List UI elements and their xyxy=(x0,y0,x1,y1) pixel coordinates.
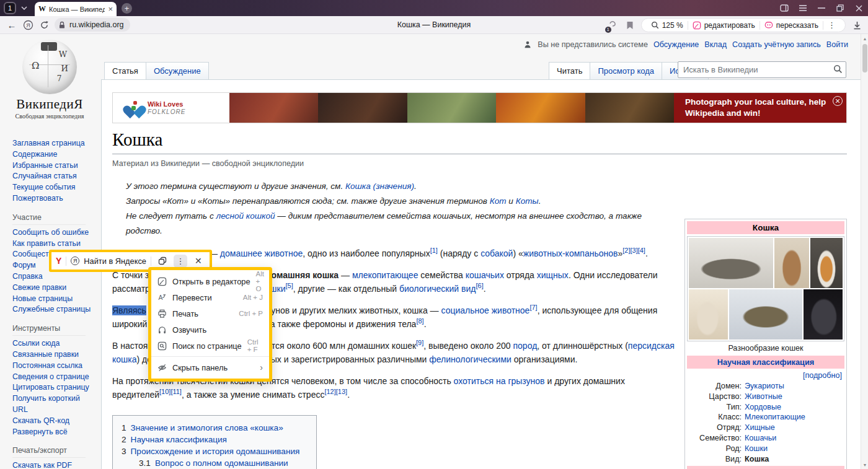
sidebar-link[interactable]: Избранные статьи xyxy=(12,160,96,172)
banner-close-icon[interactable]: ✕ xyxy=(833,96,843,106)
details-link[interactable]: [подробно] xyxy=(803,371,842,380)
taxonomy-value[interactable]: Кошки xyxy=(745,444,768,454)
sidebar-link[interactable]: Как править статьи xyxy=(12,239,96,250)
taxonomy-value[interactable]: Животные xyxy=(745,392,782,402)
sidebar-link[interactable]: Пожертвовать xyxy=(12,193,96,204)
tab-close-icon[interactable]: × xyxy=(108,5,113,13)
side-panel-button[interactable] xyxy=(775,0,794,16)
reload-button[interactable] xyxy=(36,18,52,32)
menu-item-open-in-editor[interactable]: Открыть в редакторе Alt + O xyxy=(151,273,269,289)
menu-item-find-on-page[interactable]: Поиск по странице Ctrl + F xyxy=(151,338,269,354)
banner-message: Photograph your local culture, help Wiki… xyxy=(685,97,828,119)
taxonomy-value[interactable]: Кошачьи xyxy=(745,433,776,444)
personal-bar: Вы не представились системе Обсуждение В… xyxy=(523,40,848,49)
back-button[interactable]: ← xyxy=(4,18,20,32)
wiki-loves-folklore-banner[interactable]: Wiki Loves FOLKLORE Photograph your loca… xyxy=(112,92,847,123)
taxonomy-value[interactable]: Хищные xyxy=(745,423,775,433)
active-tab[interactable]: W Кошка — Википедия × xyxy=(35,2,117,16)
toolbar-separator xyxy=(66,256,66,266)
find-in-yandex-button[interactable]: Найти в Яндексе xyxy=(84,256,146,266)
personal-link-contribs[interactable]: Вклад xyxy=(704,40,727,49)
taxonomy-value[interactable]: Хордовые xyxy=(745,402,781,413)
sidebar-link[interactable]: Скачать QR-код xyxy=(12,416,96,427)
sidebar-main-nav: Заглавная страницаСодержаниеИзбранные ст… xyxy=(12,138,96,204)
menu-item-read-aloud[interactable]: Озвучить xyxy=(151,322,269,338)
tab-read[interactable]: Читать xyxy=(549,62,590,79)
sidebar-link[interactable]: Новые страницы xyxy=(12,294,96,305)
yandex-profile-button[interactable]: Я xyxy=(20,18,36,32)
tab-article[interactable]: Статья xyxy=(104,62,146,79)
sidebar-link[interactable]: Ссылки сюда xyxy=(12,338,96,349)
sidebar-link[interactable]: Служебные страницы xyxy=(12,304,96,315)
sidebar-link[interactable]: Цитировать страницу xyxy=(12,382,96,393)
wikipedia-logo[interactable]: Ω W И 7 ВикипедиЯ Свободная энциклопедия xyxy=(12,40,87,120)
taxonomy-value[interactable]: Эукариоты xyxy=(745,381,784,392)
cat-photo-black xyxy=(804,289,843,340)
sidebar-link[interactable]: Получить короткий URL xyxy=(12,393,96,416)
downloads-icon[interactable] xyxy=(851,19,863,32)
menu-hamburger-button[interactable] xyxy=(794,0,812,16)
hide-eye-icon xyxy=(157,363,167,372)
toc-link[interactable]: Происхождение и история одомашнивания xyxy=(131,445,300,457)
sidebar-link[interactable]: Случайная статья xyxy=(12,171,96,182)
toolbar-more-button[interactable]: ⋮ xyxy=(174,255,187,268)
minimize-button[interactable] xyxy=(812,0,831,16)
sidebar-link[interactable]: Сведения о странице xyxy=(12,372,96,383)
taxonomy-value[interactable]: Млекопитающие xyxy=(745,412,805,423)
sidebar-link[interactable]: Содержание xyxy=(12,149,96,160)
toc-item[interactable]: 3.1 Вопрос о полном одомашнивании xyxy=(122,457,308,469)
personal-link-create-account[interactable]: Создать учётную запись xyxy=(732,40,821,49)
taxonomy-row: Царство: Животные xyxy=(687,392,844,402)
toc-item[interactable]: 3 Происхождение и история одомашнивания xyxy=(122,445,308,457)
scroll-up-icon[interactable]: ▲ xyxy=(861,35,868,42)
retell-button[interactable]: пересказать xyxy=(760,21,823,30)
taxonomy-row: Род: Кошки xyxy=(687,444,844,454)
tab-title: Кошка — Википедия xyxy=(49,6,105,13)
taxonomy-value[interactable]: Кошка xyxy=(745,454,769,465)
edit-page-button[interactable]: редактировать xyxy=(688,21,760,30)
tab-counter-button[interactable]: 1 xyxy=(4,2,16,14)
sidebar-link[interactable]: Текущие события xyxy=(12,182,96,193)
restore-button[interactable] xyxy=(831,0,849,16)
menu-item-print[interactable]: Печать Ctrl + P xyxy=(151,305,269,322)
banner-photo xyxy=(407,93,496,123)
toc-link[interactable]: Вопрос о полном одомашнивании xyxy=(155,457,288,469)
taxonomy-rank: Род: xyxy=(687,444,742,454)
sidebar-link[interactable]: Справка xyxy=(12,271,96,283)
sidebar-link[interactable]: Развернуть всё xyxy=(12,427,96,438)
collections-icon[interactable]: 1 xyxy=(606,19,619,32)
personal-link-talk[interactable]: Обсуждение xyxy=(653,40,699,49)
tab-talk[interactable]: Обсуждение xyxy=(146,62,209,79)
more-actions-button[interactable]: ⋮ xyxy=(823,20,840,30)
personal-link-login[interactable]: Войти xyxy=(826,40,848,49)
cat-collage-image[interactable] xyxy=(687,236,844,341)
sidebar-link[interactable]: Постоянная ссылка xyxy=(12,361,96,372)
toc-link[interactable]: Научная классификация xyxy=(131,434,227,445)
toc-link[interactable]: Значение и этимология слова «кошка» xyxy=(131,422,283,434)
menu-item-translate[interactable]: A Перевести Alt + J xyxy=(151,289,269,305)
toc-item[interactable]: 1 Значение и этимология слова «кошка» xyxy=(122,422,308,434)
toolbar-close-icon[interactable]: ✕ xyxy=(192,255,205,268)
sidebar-link[interactable]: Заглавная страница xyxy=(12,138,96,149)
bookmark-icon[interactable] xyxy=(624,19,636,32)
wiki-search-input[interactable] xyxy=(678,61,846,78)
tab-view-source[interactable]: Просмотр кода xyxy=(590,62,662,79)
copy-icon[interactable] xyxy=(156,255,169,268)
toc-item[interactable]: 2 Научная классификация xyxy=(122,434,308,445)
new-tab-button[interactable]: + xyxy=(122,3,132,14)
sidebar-link[interactable]: Скачать как PDF xyxy=(12,460,96,469)
address-bar[interactable]: ru.wikipedia.org xyxy=(55,18,130,32)
scroll-down-icon[interactable]: ▼ xyxy=(861,461,868,468)
scrollbar-thumb[interactable] xyxy=(862,44,867,72)
close-window-button[interactable] xyxy=(849,0,868,16)
zoom-control[interactable]: 125 % xyxy=(647,21,688,30)
page-scrollbar[interactable]: ▲ ▼ xyxy=(861,34,868,469)
search-icon[interactable] xyxy=(833,64,843,74)
sidebar-link[interactable]: Сообщить об ошибке xyxy=(12,227,96,239)
tabs-dropdown-chevron-icon[interactable] xyxy=(19,2,30,14)
menu-item-hide-panel[interactable]: Скрыть панель › xyxy=(151,359,269,375)
sidebar-link[interactable]: Связанные правки xyxy=(12,349,96,361)
banner-brand: Wiki Loves FOLKLORE xyxy=(148,100,185,115)
infobox-section-classification[interactable]: Научная классификация xyxy=(687,356,844,369)
sidebar-link[interactable]: Свежие правки xyxy=(12,283,96,294)
